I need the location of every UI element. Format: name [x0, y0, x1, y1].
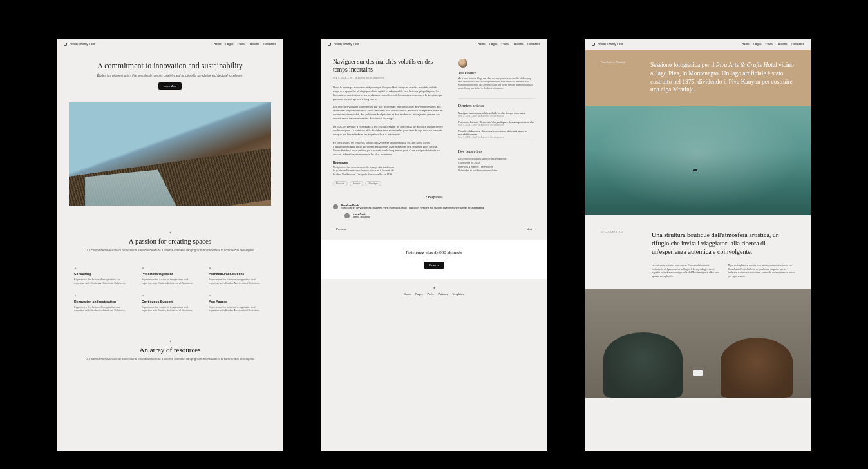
nav-item[interactable]: Posts	[765, 43, 772, 46]
service-card: ✦Project ManagementExperience the fusion…	[142, 266, 199, 284]
nav-item[interactable]: Home	[214, 43, 222, 46]
sidebar-link[interactable]: Subscribe to our Finance newsletter	[458, 169, 535, 173]
theme-preview-business: Twenty Twenty-Four Home Pages Posts Patt…	[57, 39, 283, 451]
lead-text: Sessione fotografica per il	[650, 62, 716, 68]
cup-icon	[693, 370, 703, 376]
nav-item[interactable]: Home	[478, 43, 486, 46]
divider-icon: ✦	[77, 339, 263, 343]
footer-link[interactable]: Templates	[452, 292, 464, 296]
bullet-icon: ✦	[74, 266, 131, 270]
previous-link[interactable]: ← Previous	[333, 227, 346, 231]
section-title: An array of resources	[77, 346, 263, 354]
post-main: Naviguer sur des marchés volatils en des…	[333, 59, 444, 186]
section-label: Il collettivo	[601, 231, 636, 278]
footer-link[interactable]: Home	[404, 292, 411, 296]
tag[interactable]: Finance	[333, 181, 348, 186]
logo-icon	[328, 43, 331, 46]
section-title: A passion for creating spaces	[77, 237, 263, 245]
resource-link[interactable]: Études: The Finance, l'intégrale des nou…	[333, 173, 444, 177]
nav-links: Home Pages Posts Patterns Templates	[742, 43, 804, 46]
comments-section: 2 Responses Rosalina FinchGreat article!…	[321, 195, 547, 218]
nav-item[interactable]: Posts	[501, 43, 508, 46]
footer-link[interactable]: Patterns	[438, 292, 448, 296]
bullet-icon: ✦	[209, 266, 266, 270]
two-columns: La ubicazione è davvero unica. Ero assol…	[652, 263, 795, 278]
newsletter-section: Rejoignez plus de 900 abonnés S'inscrire	[321, 240, 547, 279]
nav-item[interactable]: Home	[742, 43, 750, 46]
resources-block: Resources Naviguer sur les marchés volat…	[333, 161, 444, 177]
card-body: Experience the fusion of imagination and…	[74, 305, 131, 312]
nav-item[interactable]: Patterns	[513, 43, 524, 46]
card-title: Project Management	[142, 272, 199, 276]
logo-icon: ✦	[328, 285, 540, 290]
recent-post[interactable]: Façonner l'avenir : l'essentiel des poli…	[458, 120, 535, 126]
nav-item[interactable]: Patterns	[777, 43, 788, 46]
site-brand[interactable]: Twenty Twenty-Four	[592, 43, 623, 46]
card-title: Continuous Support	[142, 300, 199, 303]
post-paragraph: Les marchés volatiles caractérisés par u…	[333, 105, 444, 120]
service-card: ✦App AccessExperience the fusion of imag…	[209, 294, 266, 312]
comment: Rosalina FinchGreat article! Very insigh…	[333, 204, 535, 209]
footer-link[interactable]: Posts	[427, 292, 433, 296]
tag[interactable]: Investir	[350, 181, 364, 186]
site-nav: Twenty Twenty-Four Home Pages Posts Patt…	[57, 39, 283, 50]
sidebar: The Finance As a new finance blog, we of…	[458, 59, 535, 186]
footer-links: Home Pages Posts Patterns Templates	[328, 292, 540, 296]
service-card: ✦ConsultingExperience the fusion of imag…	[74, 266, 131, 284]
resources-section: ✦ An array of resources Our comprehensiv…	[57, 321, 283, 366]
post-paragraph: De plus, en période d'incertitude, il es…	[333, 125, 444, 137]
card-body: Experience the fusion of imagination and…	[209, 305, 266, 312]
useful-links: Des marchés volatils, aperçu des tendanc…	[458, 157, 535, 173]
tag[interactable]: Stratégie	[365, 181, 381, 186]
nav-item[interactable]: Pages	[753, 43, 762, 46]
footer-link[interactable]: Pages	[415, 292, 422, 296]
nav-item[interactable]: Pages	[489, 43, 498, 46]
bullet-icon: ✦	[142, 294, 199, 298]
column-text: La ubicazione è davvero unica. Ero assol…	[652, 263, 719, 278]
post-title: Naviguer sur des marchés volatils en des…	[333, 59, 444, 74]
recent-post[interactable]: Naviguer sur des marchés volatils en des…	[458, 111, 535, 117]
section-subtitle: Our comprehensive suite of professional …	[77, 249, 263, 252]
author-name: The Finance	[458, 71, 535, 75]
about-section: Il collettivo Una struttura boutique dal…	[585, 215, 811, 288]
divider	[458, 144, 535, 144]
nav-item[interactable]: Templates	[527, 43, 540, 46]
nav-item[interactable]: Pages	[225, 43, 234, 46]
nav-item[interactable]: Patterns	[249, 43, 259, 46]
bullet-icon: ✦	[209, 294, 266, 298]
nav-item[interactable]: Templates	[263, 43, 276, 46]
site-nav: Twenty Twenty-Four Home Pages Posts Patt…	[585, 39, 811, 50]
card-title: Consulting	[74, 272, 131, 276]
nav-item[interactable]: Posts	[237, 43, 244, 46]
hero-title: A commitment to innovation and sustainab…	[90, 61, 250, 70]
comments-heading: 2 Responses	[333, 195, 535, 199]
recent-post-meta: Sep 7, 2023 — by The Author in Uncategor…	[458, 115, 535, 117]
comment-reply: Anne GristMerci, Rosalina!	[344, 213, 535, 218]
column-text: Ogni dettaglio era curato con la massima…	[728, 263, 796, 278]
section-subtitle: Our comprehensive suite of professional …	[77, 358, 263, 361]
site-brand[interactable]: Twenty Twenty-Four	[64, 43, 95, 46]
recent-post-meta: Sep 7, 2023 — by The Author in Uncategor…	[458, 136, 535, 139]
hero-photo	[585, 106, 811, 215]
nav-item[interactable]: Templates	[791, 43, 804, 46]
recent-post[interactable]: Pour les débutants. Comment commencer à …	[458, 129, 535, 139]
site-title: Twenty Twenty-Four	[597, 43, 623, 46]
site-title: Twenty Twenty-Four	[69, 43, 95, 46]
theme-preview-blog: Twenty Twenty-Four Home Pages Posts Patt…	[321, 39, 547, 451]
learn-more-button[interactable]: Learn More	[158, 82, 182, 90]
logo-icon	[64, 43, 67, 46]
breadcrumb[interactable]: Piva Hotel — Overlook	[601, 61, 636, 94]
divider-icon: ✦	[77, 230, 263, 235]
site-footer: ✦ Home Pages Posts Patterns Templates	[321, 279, 547, 302]
recent-heading: Derniers articles	[458, 104, 535, 108]
resources-heading: Resources	[333, 161, 444, 164]
subscribe-button[interactable]: S'inscrire	[424, 262, 444, 269]
logo-icon	[592, 43, 595, 46]
hero-section: A commitment to innovation and sustainab…	[57, 50, 283, 96]
service-card: ✦Architectural SolutionsExperience the f…	[209, 266, 266, 284]
site-brand[interactable]: Twenty Twenty-Four	[328, 43, 359, 46]
site-title: Twenty Twenty-Four	[333, 43, 359, 46]
avatar-icon	[344, 213, 350, 218]
next-link[interactable]: Next →	[527, 227, 535, 231]
bullet-icon: ✦	[142, 266, 199, 270]
